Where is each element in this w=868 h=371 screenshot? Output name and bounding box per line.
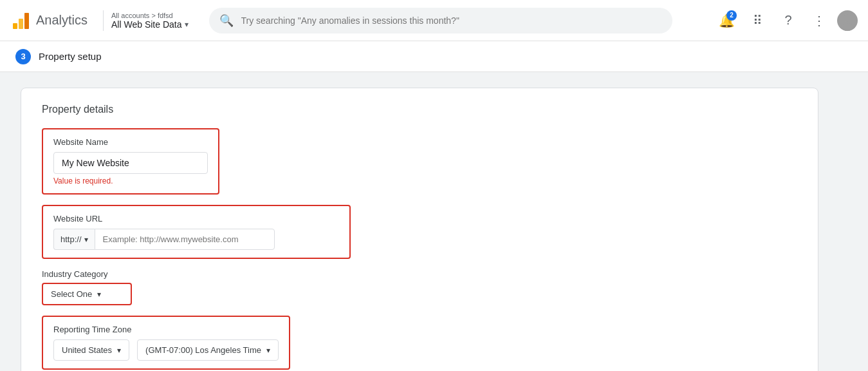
main-content: Property details Website Name Value is r… xyxy=(0,72,868,371)
search-icon: 🔍 xyxy=(219,14,234,28)
search-input[interactable] xyxy=(241,15,662,26)
website-name-error: Value is required. xyxy=(53,176,208,186)
industry-select[interactable]: Select One ▾ xyxy=(42,283,132,305)
industry-label: Industry Category xyxy=(42,269,797,279)
website-url-label: Website URL xyxy=(53,214,339,224)
account-breadcrumb: All accounts > fdfsd xyxy=(111,12,188,19)
website-url-section: Website URL http:// ▾ xyxy=(42,205,351,259)
svg-point-4 xyxy=(840,23,855,31)
website-name-section: Website Name Value is required. xyxy=(42,128,219,195)
industry-chevron: ▾ xyxy=(97,290,101,299)
account-dropdown-icon: ▾ xyxy=(185,20,189,29)
svg-rect-1 xyxy=(19,19,23,29)
website-name-input[interactable] xyxy=(53,152,208,174)
tz-row: United States ▾ (GMT-07:00) Los Angeles … xyxy=(53,339,279,361)
website-name-label: Website Name xyxy=(53,137,208,147)
card-title: Property details xyxy=(42,104,797,115)
tz-bordered-box: Reporting Time Zone United States ▾ (GMT… xyxy=(42,316,290,370)
account-area: All accounts > fdfsd All Web Site Data ▾ xyxy=(111,12,188,30)
header: Analytics All accounts > fdfsd All Web S… xyxy=(0,0,868,41)
svg-point-3 xyxy=(844,14,851,22)
step-badge: 3 xyxy=(15,49,31,64)
url-prefix-dropdown[interactable]: http:// ▾ xyxy=(53,229,95,250)
url-input[interactable] xyxy=(95,229,275,250)
timezone-select[interactable]: (GMT-07:00) Los Angeles Time ▾ xyxy=(137,339,279,361)
reporting-tz-section: Reporting Time Zone United States ▾ (GMT… xyxy=(42,316,797,370)
sub-header-title: Property setup xyxy=(39,51,102,62)
header-actions: 🔔 2 ⠿ ? ⋮ xyxy=(714,8,858,33)
country-select[interactable]: United States ▾ xyxy=(53,339,129,361)
search-bar: 🔍 xyxy=(209,8,672,33)
svg-rect-0 xyxy=(13,23,17,29)
property-details-card: Property details Website Name Value is r… xyxy=(21,88,818,371)
more-button[interactable]: ⋮ xyxy=(806,8,832,33)
avatar[interactable] xyxy=(837,10,858,31)
notification-badge: 2 xyxy=(726,10,737,21)
industry-section: Industry Category Select One ▾ xyxy=(42,269,797,305)
analytics-logo-icon xyxy=(10,10,31,31)
notifications-button[interactable]: 🔔 2 xyxy=(714,8,739,33)
logo-area: Analytics xyxy=(10,10,88,31)
svg-rect-2 xyxy=(24,13,29,29)
country-chevron: ▾ xyxy=(117,346,121,355)
header-divider xyxy=(103,10,104,31)
logo-text: Analytics xyxy=(36,13,88,28)
help-button[interactable]: ? xyxy=(775,8,801,33)
url-row: http:// ▾ xyxy=(53,229,339,250)
timezone-chevron: ▾ xyxy=(266,346,270,355)
reporting-tz-label: Reporting Time Zone xyxy=(53,325,279,334)
account-name[interactable]: All Web Site Data ▾ xyxy=(111,19,188,30)
url-prefix-chevron: ▾ xyxy=(84,235,88,244)
sub-header: 3 Property setup xyxy=(0,41,868,72)
apps-button[interactable]: ⠿ xyxy=(744,8,770,33)
